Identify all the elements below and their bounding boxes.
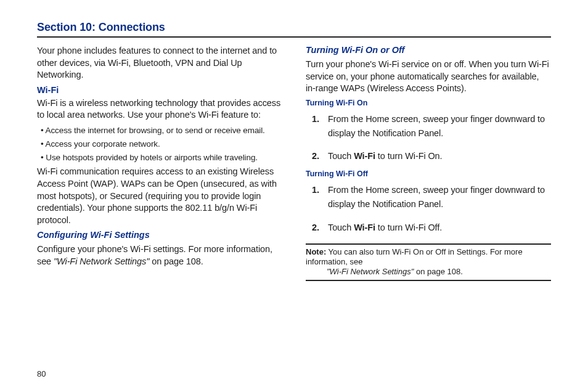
step-text-post: to turn Wi-Fi Off.	[375, 223, 442, 232]
toggle-heading: Turning Wi-Fi On or Off	[306, 45, 551, 55]
note-post: on page 108.	[414, 267, 463, 276]
step-item: 2. Touch Wi-Fi to turn Wi-Fi Off.	[306, 218, 551, 237]
step-number: 1.	[312, 112, 319, 126]
page-number: 80	[37, 369, 46, 378]
step-item: 1. From the Home screen, sweep your fing…	[306, 110, 551, 143]
step-text: From the Home screen, sweep your finger …	[328, 185, 545, 209]
config-text-post: on page 108.	[149, 256, 203, 266]
step-number: 2.	[312, 149, 319, 163]
wifi-on-steps: 1. From the Home screen, sweep your fing…	[306, 110, 551, 166]
step-text-pre: Touch	[328, 151, 354, 161]
wifi-off-steps: 1. From the Home screen, sweep your fing…	[306, 181, 551, 237]
step-text-bold: Wi-Fi	[354, 151, 375, 161]
step-number: 1.	[312, 183, 319, 197]
section-title: Section 10: Connections	[37, 21, 551, 38]
left-column: Your phone includes features to connect …	[37, 45, 282, 281]
right-column: Turning Wi-Fi On or Off Turn your phone'…	[306, 45, 551, 281]
wifi-bullet: • Use hotspots provided by hotels or air…	[37, 152, 282, 163]
wifi-heading: Wi-Fi	[37, 85, 282, 95]
two-column-layout: Your phone includes features to connect …	[37, 45, 551, 281]
step-item: 1. From the Home screen, sweep your fing…	[306, 181, 551, 214]
note-pre: You can also turn Wi-Fi On or Off in Set…	[306, 247, 523, 266]
wifi-off-heading: Turning Wi-Fi Off	[306, 169, 551, 178]
step-number: 2.	[312, 221, 319, 235]
wifi-protocol-paragraph: Wi-Fi communication requires access to a…	[37, 166, 282, 226]
config-ref: "Wi-Fi Network Settings"	[54, 256, 149, 266]
note-box: Note: You can also turn Wi-Fi On or Off …	[306, 243, 551, 281]
step-item: 2. Touch Wi-Fi to turn Wi-Fi On.	[306, 147, 551, 166]
wifi-bullet: • Access your corporate network.	[37, 139, 282, 150]
wifi-on-heading: Turning Wi-Fi On	[306, 99, 551, 107]
step-text: From the Home screen, sweep your finger …	[328, 114, 545, 138]
configuring-text: Configure your phone's Wi-Fi settings. F…	[37, 243, 282, 267]
intro-paragraph: Your phone includes features to connect …	[37, 45, 282, 81]
note-label: Note:	[306, 247, 326, 256]
wifi-description: Wi-Fi is a wireless networking technolog…	[37, 97, 282, 121]
document-page: Section 10: Connections Your phone inclu…	[0, 0, 588, 281]
note-body: "Wi-Fi Network Settings" on page 108.	[306, 267, 551, 277]
step-text-post: to turn Wi-Fi On.	[375, 151, 443, 161]
note-ref: "Wi-Fi Network Settings"	[327, 267, 414, 276]
step-text-bold: Wi-Fi	[354, 223, 375, 232]
toggle-description: Turn your phone's Wi-Fi service on or of…	[306, 59, 551, 95]
wifi-bullet: • Access the internet for browsing, or t…	[37, 125, 282, 136]
configuring-heading: Configuring Wi-Fi Settings	[37, 230, 282, 240]
step-text-pre: Touch	[328, 223, 354, 232]
